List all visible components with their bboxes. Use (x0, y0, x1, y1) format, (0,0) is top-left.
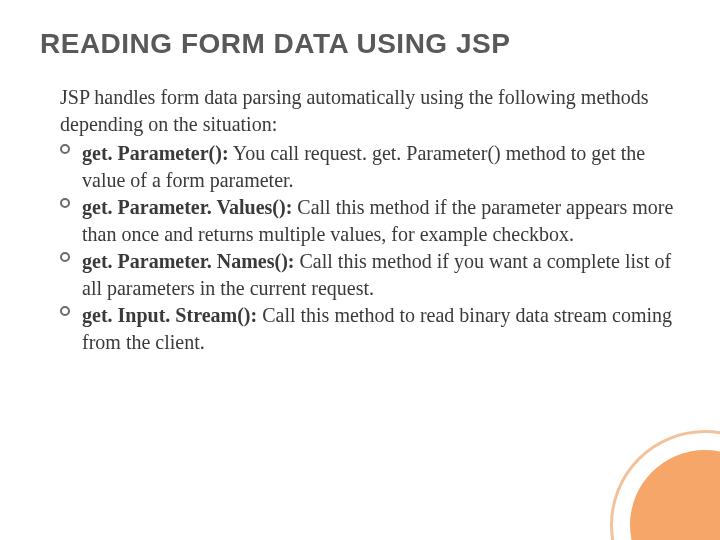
bullet-icon (60, 198, 70, 208)
list-item: get. Parameter. Values(): Call this meth… (60, 194, 680, 248)
bullet-icon (60, 306, 70, 316)
list-item: get. Input. Stream(): Call this method t… (60, 302, 680, 356)
method-name: get. Parameter. Names(): (82, 250, 295, 272)
method-name: get. Input. Stream(): (82, 304, 257, 326)
method-name: get. Parameter. Values(): (82, 196, 292, 218)
slide: READING FORM DATA USING JSP JSP handles … (0, 0, 720, 540)
list-item: get. Parameter(): You call request. get.… (60, 140, 680, 194)
bullet-icon (60, 144, 70, 154)
corner-decoration (600, 420, 720, 540)
method-name: get. Parameter(): (82, 142, 229, 164)
page-title: READING FORM DATA USING JSP (40, 28, 680, 60)
intro-text: JSP handles form data parsing automatica… (60, 84, 680, 138)
method-list: get. Parameter(): You call request. get.… (40, 140, 680, 356)
bullet-icon (60, 252, 70, 262)
list-item: get. Parameter. Names(): Call this metho… (60, 248, 680, 302)
